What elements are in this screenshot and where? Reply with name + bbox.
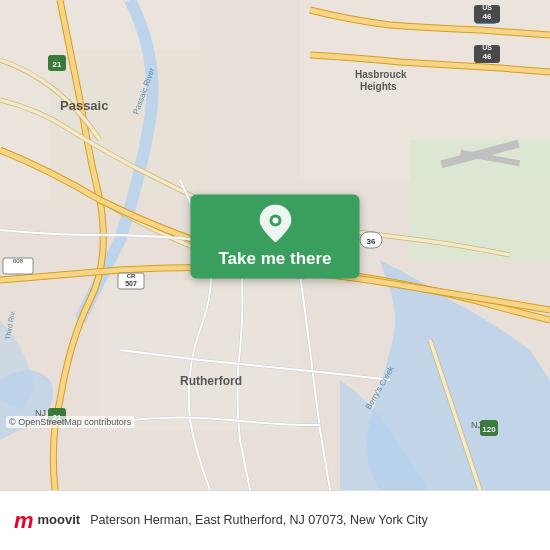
cta-overlay: Take me there [190, 195, 359, 279]
svg-text:21: 21 [53, 60, 62, 69]
pin-icon [259, 205, 291, 243]
bottom-bar: m moovit Paterson Herman, East Rutherfor… [0, 490, 550, 550]
svg-text:Rutherford: Rutherford [180, 374, 242, 388]
address-text: Paterson Herman, East Rutherford, NJ 070… [90, 512, 536, 528]
svg-text:46: 46 [483, 52, 492, 61]
svg-text:CR: CR [127, 273, 136, 279]
svg-point-42 [272, 218, 278, 224]
svg-text:Hasbrouck: Hasbrouck [355, 69, 407, 80]
svg-text:120: 120 [482, 425, 496, 434]
map-container: 21 NJ 21 US 46 US 46 US 46 CR 507 14 36 … [0, 0, 550, 490]
svg-text:608: 608 [13, 258, 24, 264]
svg-text:US: US [482, 44, 492, 51]
moovit-brand-text: moovit [38, 513, 81, 527]
osm-credit: © OpenStreetMap contributors [6, 416, 134, 428]
svg-text:Passaic: Passaic [60, 98, 108, 113]
svg-text:NJ: NJ [471, 420, 482, 430]
svg-text:46: 46 [483, 12, 492, 21]
moovit-logo: m moovit [14, 508, 80, 534]
svg-text:Heights: Heights [360, 81, 397, 92]
svg-rect-4 [100, 280, 300, 430]
svg-text:36: 36 [367, 237, 376, 246]
svg-text:US: US [482, 4, 492, 11]
button-label: Take me there [218, 249, 331, 269]
moovit-m-icon: m [14, 508, 34, 534]
take-me-there-button[interactable]: Take me there [190, 195, 359, 279]
svg-text:507: 507 [125, 280, 137, 287]
